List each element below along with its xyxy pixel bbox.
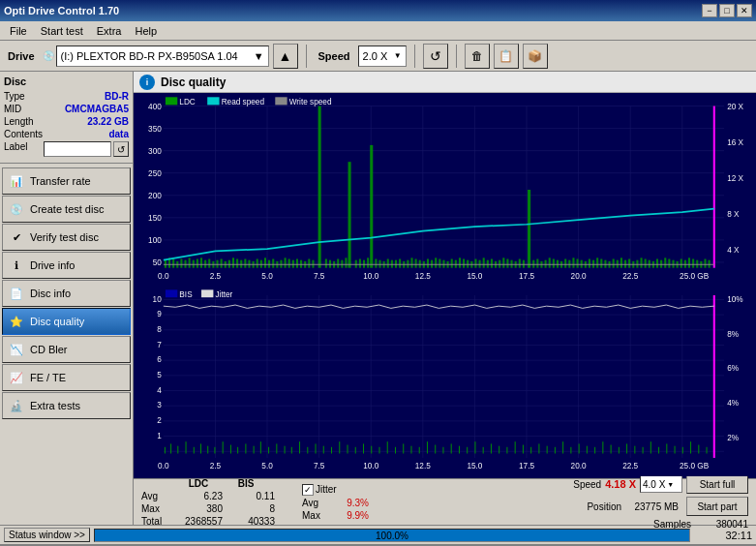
sidebar-item-label: Disc quality — [30, 316, 84, 327]
disc-info-button[interactable]: 📋 — [494, 44, 519, 69]
svg-text:17.5: 17.5 — [519, 271, 534, 282]
status-window-button[interactable]: Status window >> — [4, 528, 90, 542]
chart2-wrapper: 10 9 8 7 6 5 4 3 2 1 10% 8% — [136, 287, 754, 476]
svg-text:200: 200 — [148, 191, 162, 201]
svg-rect-57 — [318, 106, 321, 268]
disc-label-input[interactable] — [44, 141, 111, 157]
svg-rect-299 — [675, 446, 676, 454]
stats-avg-label: Avg — [141, 491, 170, 501]
svg-rect-148 — [589, 258, 590, 267]
speed-combo-small[interactable]: 4.0 X ▼ — [640, 475, 682, 493]
svg-rect-290 — [602, 441, 603, 453]
sidebar-item-transfer-rate[interactable]: 📊 Transfer rate — [2, 167, 131, 195]
sidebar-item-disc-quality[interactable]: ⭐ Disc quality — [2, 308, 131, 335]
speed-combo[interactable]: 2.0 X ▼ — [358, 46, 407, 67]
speed-value: 4.18 X — [605, 478, 636, 490]
speed-position-col: Speed 4.18 X 4.0 X ▼ Start full Position… — [573, 474, 748, 530]
disc-erase-button[interactable]: 🗑 — [465, 44, 490, 69]
svg-rect-238 — [194, 447, 195, 454]
svg-rect-275 — [483, 447, 484, 454]
minimize-button[interactable]: − — [702, 4, 717, 17]
speed-combo-value: 4.0 X — [643, 479, 665, 490]
stats-header-row: LDC BIS — [141, 478, 275, 489]
svg-text:6: 6 — [157, 354, 162, 364]
svg-text:10.0: 10.0 — [363, 461, 378, 470]
svg-rect-306 — [201, 289, 213, 297]
svg-rect-59 — [370, 145, 373, 268]
svg-rect-260 — [363, 443, 364, 453]
maximize-button[interactable]: □ — [719, 4, 735, 17]
menu-extra[interactable]: Extra — [91, 23, 128, 39]
disc-refresh-button[interactable]: ↺ — [113, 141, 129, 157]
stats-col-empty — [141, 478, 170, 489]
svg-rect-252 — [299, 441, 300, 453]
sidebar-item-create-test-disc[interactable]: 💿 Create test disc — [2, 196, 131, 223]
svg-text:10%: 10% — [727, 293, 743, 303]
start-full-label: Start full — [700, 479, 736, 490]
svg-rect-167 — [664, 258, 666, 267]
svg-rect-179 — [166, 97, 177, 105]
disc-label-row: Label ↺ — [4, 141, 129, 157]
menu-start-test[interactable]: Start test — [35, 23, 89, 39]
disc-info-icon: 📄 — [9, 286, 24, 301]
svg-rect-281 — [530, 447, 531, 454]
sidebar-item-cd-bler[interactable]: 📉 CD Bler — [2, 336, 131, 363]
sidebar-item-drive-info[interactable]: ℹ Drive info — [2, 252, 131, 279]
svg-rect-94 — [367, 258, 369, 267]
svg-rect-236 — [177, 446, 178, 454]
svg-rect-292 — [619, 447, 620, 454]
svg-text:4%: 4% — [727, 398, 739, 408]
disc-mid-value: CMCMAGBA5 — [65, 104, 129, 114]
svg-text:8: 8 — [157, 324, 162, 334]
drive-eject-button[interactable]: ▲ — [273, 44, 298, 69]
start-full-button[interactable]: Start full — [686, 474, 748, 494]
stats-max-label: Max — [141, 503, 170, 514]
svg-rect-144 — [572, 258, 574, 267]
svg-text:BIS: BIS — [179, 289, 193, 299]
svg-rect-108 — [427, 258, 429, 267]
svg-text:10.0: 10.0 — [363, 271, 378, 282]
svg-rect-48 — [180, 258, 182, 267]
jitter-avg-label: Avg — [302, 498, 331, 508]
svg-rect-266 — [410, 446, 411, 454]
disc-copy-button[interactable]: 📦 — [523, 44, 548, 69]
svg-text:Jitter: Jitter — [215, 289, 232, 299]
svg-rect-61 — [221, 258, 223, 267]
sidebar-item-disc-info[interactable]: 📄 Disc info — [2, 280, 131, 307]
toolbar: Drive 💿 (I:) PLEXTOR BD-R PX-B950SA 1.04… — [0, 41, 756, 72]
jitter-check-box[interactable]: ✓ — [302, 484, 314, 496]
menu-help[interactable]: Help — [129, 23, 163, 39]
drive-combo[interactable]: (I:) PLEXTOR BD-R PX-B950SA 1.04 ▼ — [56, 46, 269, 67]
svg-text:6%: 6% — [727, 363, 739, 373]
svg-rect-244 — [237, 447, 238, 454]
start-part-label: Start part — [697, 501, 737, 512]
speed-label: Speed — [315, 50, 354, 62]
sidebar-item-label: Create test disc — [30, 203, 104, 215]
jitter-col: ✓ Jitter Avg 9.3% Max 9.9% — [302, 484, 369, 521]
svg-rect-276 — [491, 443, 492, 453]
start-part-button[interactable]: Start part — [686, 497, 748, 516]
speed-dropdown-icon: ▼ — [394, 51, 402, 60]
svg-rect-125 — [491, 258, 493, 267]
close-button[interactable]: ✕ — [737, 4, 752, 17]
svg-rect-154 — [613, 258, 615, 267]
svg-rect-55 — [208, 258, 210, 267]
jitter-max-label: Max — [302, 510, 331, 521]
refresh-button[interactable]: ↺ — [423, 44, 448, 69]
sidebar-item-extra-tests[interactable]: 🔬 Extra tests — [2, 392, 131, 419]
sidebar-item-fe-te[interactable]: 📈 FE / TE — [2, 364, 131, 391]
svg-rect-302 — [698, 445, 699, 454]
menu-file[interactable]: File — [4, 23, 33, 39]
svg-rect-88 — [337, 258, 339, 267]
stats-bis-header: BIS — [227, 478, 265, 489]
svg-rect-150 — [596, 258, 598, 267]
svg-rect-267 — [419, 447, 420, 454]
svg-rect-50 — [189, 258, 191, 267]
speed-dropdown-small-icon: ▼ — [667, 481, 674, 488]
svg-rect-0 — [136, 95, 754, 285]
drive-icon: 💿 — [43, 50, 54, 61]
sidebar-item-verify-test-disc[interactable]: ✔ Verify test disc — [2, 224, 131, 251]
disc-mid-row: MID CMCMAGBA5 — [4, 104, 129, 114]
svg-text:300: 300 — [148, 146, 162, 157]
jitter-checkbox[interactable]: ✓ Jitter — [302, 484, 369, 496]
